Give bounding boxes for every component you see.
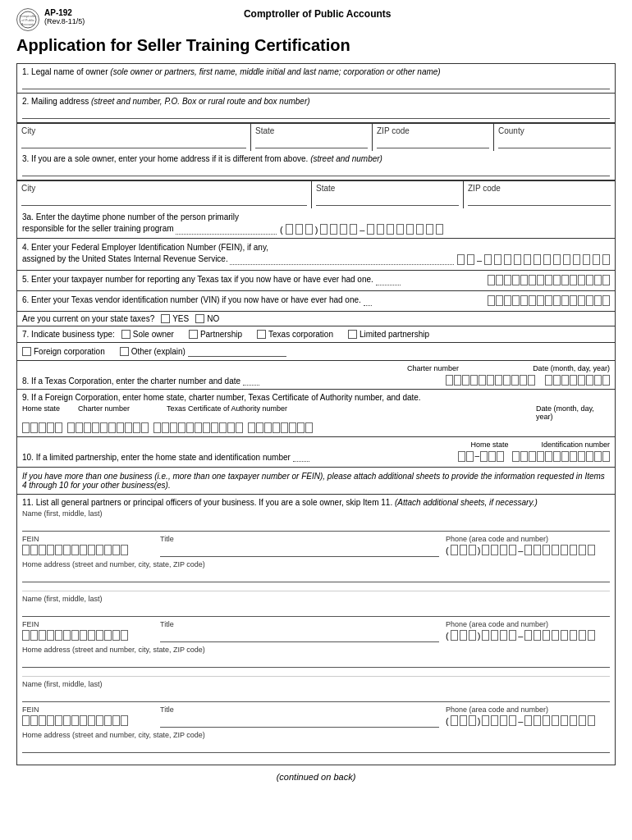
person-3-title-input[interactable]: [160, 714, 439, 728]
person-1-addr-input[interactable]: [22, 569, 610, 582]
state-2-input[interactable]: [255, 137, 368, 148]
section-4: 4. Enter your Federal Employer Identific…: [17, 239, 615, 271]
col-city-2: City: [17, 124, 251, 151]
partnership-checkbox[interactable]: [189, 330, 198, 339]
limited-part-checkbox-item: Limited partnership: [348, 330, 429, 339]
section-2: 2. Mailing address (street and number, P…: [17, 94, 615, 123]
sole-owner-checkbox[interactable]: [121, 330, 131, 339]
section-7-row1: 7. Indicate business type: Sole owner Pa…: [17, 326, 615, 343]
section-2-label: 2. Mailing address (street and number, P…: [22, 97, 610, 106]
partnership-checkbox-item: Partnership: [189, 330, 242, 339]
comptroller-title: Comptroller of Public Accounts: [85, 8, 550, 20]
foreign-corp-checkbox[interactable]: [22, 347, 31, 356]
texas-corp-checkbox-item: Texas corporation: [257, 330, 333, 339]
zip-3-input[interactable]: [468, 194, 611, 206]
header: Comptroller of Public Accounts AP-192 (R…: [16, 8, 616, 31]
section9-txcert-input: [153, 422, 243, 433]
col-state-2: State: [251, 124, 373, 151]
section9-date-input: [248, 422, 313, 433]
section-6: 6. Enter your Texas vendor identificatio…: [17, 291, 615, 312]
person-1-title-input[interactable]: [160, 544, 439, 557]
phone-3a-input: ( ) –: [280, 224, 443, 235]
section-1: 1. Legal name of owner (sole owner or pa…: [17, 64, 615, 94]
fein-input: –: [457, 254, 610, 265]
comptroller-logo: Comptroller of Public Accounts: [16, 8, 39, 31]
main-form: 1. Legal name of owner (sole owner or pa…: [16, 63, 616, 765]
person-1-name-input[interactable]: [22, 518, 610, 532]
taxpayer-number-input: [488, 275, 610, 285]
zip-2-input[interactable]: [377, 137, 489, 148]
person-1-phone-input: ( ) –: [446, 545, 610, 555]
texas-corp-checkbox[interactable]: [257, 330, 266, 339]
col-zip-3: ZIP code: [464, 181, 615, 208]
svg-text:Accounts: Accounts: [21, 22, 34, 26]
city-2-input[interactable]: [21, 137, 246, 148]
col-city-3: City: [17, 181, 312, 208]
home-address-input[interactable]: [22, 165, 610, 176]
section-6b: Are you current on your state taxes? YES…: [17, 312, 615, 326]
form-id: AP-192 (Rev.8-11/5): [44, 8, 85, 25]
section9-home-state-input: [22, 422, 62, 433]
vin-input: [488, 295, 610, 306]
yes-checkbox[interactable]: [161, 314, 170, 323]
section-11: 11. List all general partners or princip…: [17, 495, 615, 765]
city-3-input[interactable]: [21, 194, 307, 206]
person-2-phone-input: ( ) –: [446, 630, 610, 641]
limited-part-checkbox[interactable]: [348, 330, 357, 339]
page-title: Application for Seller Training Certific…: [16, 36, 616, 55]
person-2: Name (first, middle, last) FEIN Title Ph…: [22, 595, 610, 677]
person-3-phone-input: ( ) –: [446, 715, 610, 726]
yes-no-checkboxes: YES: [161, 314, 189, 323]
legal-name-input[interactable]: [22, 78, 610, 89]
person-3-addr-input[interactable]: [22, 740, 610, 753]
person-2-fein-input: [22, 630, 153, 641]
no-checkbox[interactable]: [195, 314, 204, 323]
sole-owner-checkbox-item: Sole owner: [121, 330, 174, 339]
charter-number-input: [446, 375, 535, 386]
section-9: 9. If a Foreign Corporation, enter home …: [17, 390, 615, 437]
person-3-name-input[interactable]: [22, 689, 610, 702]
section9-charter-input: [67, 422, 149, 433]
section10-id-input: [512, 451, 610, 462]
col-state-3: State: [312, 181, 464, 208]
other-checkbox[interactable]: [120, 347, 129, 356]
italic-note: If you have more than one business (i.e.…: [17, 468, 615, 495]
section-8: Charter number Date (month, day, year) 8…: [17, 361, 615, 390]
state-3-input[interactable]: [316, 194, 459, 206]
section-3: 3. If you are a sole owner, enter your h…: [17, 151, 615, 180]
county-2-input[interactable]: [498, 137, 611, 148]
section-3-city-row: City State ZIP code: [17, 180, 615, 208]
section-3-label: 3. If you are a sole owner, enter your h…: [22, 154, 610, 163]
other-explain-input[interactable]: [188, 345, 286, 357]
section-2-city-row: City State ZIP code County: [17, 123, 615, 151]
person-2-addr-input[interactable]: [22, 655, 610, 668]
col-zip-2: ZIP code: [373, 124, 494, 151]
charter-date-input: [545, 375, 610, 386]
section10-home-state-input: –: [458, 451, 504, 462]
section-7-row2: Foreign corporation Other (explain): [17, 343, 615, 361]
logo-area: Comptroller of Public Accounts AP-192 (R…: [16, 8, 85, 31]
section-3a: 3a. Enter the daytime phone number of th…: [17, 208, 615, 239]
col-county-2: County: [494, 124, 615, 151]
person-3-fein-input: [22, 715, 153, 726]
person-3: Name (first, middle, last) FEIN Title Ph…: [22, 680, 610, 761]
person-2-name-input[interactable]: [22, 604, 610, 617]
section-10: Home state Identification number 10. If …: [17, 437, 615, 468]
person-2-title-input[interactable]: [160, 629, 439, 642]
person-1-fein-input: [22, 545, 153, 555]
mailing-address-input[interactable]: [22, 107, 610, 119]
section-5: 5. Enter your taxpayer number for report…: [17, 271, 615, 291]
footer: (continued on back): [16, 772, 616, 782]
section-1-label: 1. Legal name of owner (sole owner or pa…: [22, 67, 610, 76]
person-1: Name (first, middle, last) FEIN Title Ph…: [22, 509, 610, 591]
